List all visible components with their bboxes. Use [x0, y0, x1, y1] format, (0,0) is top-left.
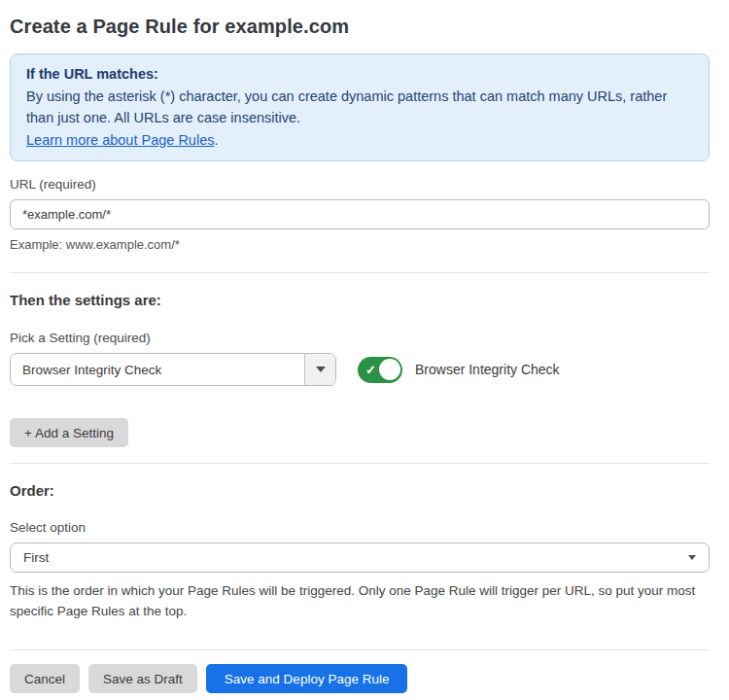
save-draft-button[interactable]: Save as Draft — [88, 664, 197, 693]
chevron-down-icon — [316, 367, 326, 372]
order-help-text: This is the order in which your Page Rul… — [10, 580, 710, 621]
learn-more-link[interactable]: Learn more about Page Rules — [26, 132, 214, 148]
link-suffix: . — [214, 132, 218, 148]
section-divider — [10, 463, 710, 464]
check-icon: ✓ — [365, 364, 376, 376]
setting-select-arrow-button[interactable] — [305, 354, 335, 385]
page-rule-form: Create a Page Rule for example.com If th… — [0, 0, 729, 693]
add-setting-button[interactable]: + Add a Setting — [10, 418, 128, 447]
setting-picker-label: Pick a Setting (required) — [10, 331, 710, 345]
chevron-down-icon — [688, 555, 696, 560]
setting-select[interactable]: Browser Integrity Check — [10, 353, 336, 386]
info-box-heading: If the URL matches: — [26, 63, 693, 86]
info-box-body: By using the asterisk (*) character, you… — [26, 86, 693, 129]
info-box-link-line: Learn more about Page Rules. — [26, 129, 693, 152]
settings-section-heading: Then the settings are: — [10, 292, 710, 308]
footer-actions: Cancel Save as Draft Save and Deploy Pag… — [10, 664, 710, 693]
cancel-button[interactable]: Cancel — [10, 664, 80, 693]
setting-select-value: Browser Integrity Check — [11, 354, 305, 385]
toggle-knob — [379, 359, 400, 380]
setting-row: Browser Integrity Check ✓ Browser Integr… — [10, 353, 710, 386]
order-select[interactable]: First — [10, 542, 710, 573]
url-input[interactable] — [10, 199, 710, 229]
section-divider — [10, 272, 710, 273]
footer-divider — [10, 649, 710, 650]
order-select-label: Select option — [10, 520, 710, 535]
save-deploy-button[interactable]: Save and Deploy Page Rule — [206, 664, 408, 693]
url-field-label: URL (required) — [10, 177, 710, 192]
url-match-info-box: If the URL matches: By using the asteris… — [10, 53, 710, 161]
toggle-label: Browser Integrity Check — [415, 362, 560, 377]
page-title: Create a Page Rule for example.com — [10, 16, 710, 38]
setting-toggle[interactable]: ✓ — [358, 357, 402, 383]
order-select-value: First — [23, 550, 688, 565]
url-example-text: Example: www.example.com/* — [10, 237, 710, 252]
order-section-heading: Order: — [10, 482, 710, 499]
